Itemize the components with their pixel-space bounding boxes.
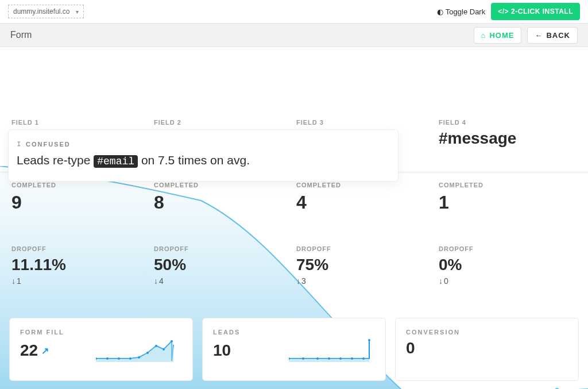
card-value: 22 ↗ — [20, 341, 49, 360]
install-button-label: 2-CLICK INSTALL — [511, 7, 573, 16]
field-col: COMPLETED 1 — [436, 182, 579, 245]
dropoff-delta: 1 — [11, 276, 149, 286]
field-label: FIELD 3 — [296, 119, 434, 126]
domain-select-value: dummy.insiteful.co — [13, 7, 69, 16]
field-name: #message — [439, 129, 577, 148]
confused-prefix: Leads re-type — [17, 153, 94, 167]
field-col: DROPOFF 0% 0 — [436, 245, 579, 310]
svg-point-16 — [351, 357, 353, 360]
main: 𝙸 CONFUSED Leads re-type #email on 7.5 t… — [0, 119, 588, 381]
field-col: COMPLETED 9 — [9, 182, 152, 245]
svg-point-14 — [328, 357, 330, 360]
field-col: DROPOFF 75% 3 — [294, 245, 436, 310]
external-link-icon[interactable]: ↗ — [41, 345, 49, 356]
dropoff-delta: 3 — [296, 276, 434, 286]
page-title: Form — [10, 30, 32, 40]
completed-value: 9 — [11, 192, 149, 213]
domain-select[interactable]: dummy.insiteful.co ▾ — [8, 5, 84, 18]
svg-point-8 — [155, 345, 157, 347]
confused-text: Leads re-type #email on 7.5 times on avg… — [17, 153, 390, 167]
topbar: dummy.insiteful.co ▾ ◐ Toggle Dark </> 2… — [0, 0, 588, 23]
summary-cards: FORM FILL 22 ↗ LEADS 10 — [0, 310, 588, 381]
completed-value: 8 — [154, 192, 292, 213]
completed-label: COMPLETED — [296, 182, 434, 188]
svg-point-7 — [146, 352, 149, 354]
leads-card[interactable]: LEADS 10 — [202, 318, 386, 381]
home-button-label: HOME — [489, 31, 514, 40]
svg-point-3 — [106, 357, 109, 360]
conversion-card[interactable]: CONVERSION 0 — [395, 318, 579, 381]
form-fill-sparkline — [96, 339, 182, 362]
back-button[interactable]: ← BACK — [527, 27, 578, 44]
card-value: 10 — [213, 341, 231, 360]
form-fill-card[interactable]: FORM FILL 22 ↗ — [9, 318, 193, 381]
toggle-dark-button[interactable]: ◐ Toggle Dark — [437, 7, 485, 16]
field-col: FIELD 4 #message — [436, 119, 579, 172]
svg-point-12 — [302, 357, 304, 360]
install-button[interactable]: </> 2-CLICK INSTALL — [491, 3, 580, 20]
card-label: LEADS — [213, 329, 375, 336]
card-label: CONVERSION — [406, 329, 568, 336]
back-button-label: BACK — [546, 31, 570, 40]
dropoff-label: DROPOFF — [296, 245, 434, 252]
dropoff-value: 50% — [154, 256, 292, 274]
field-col: DROPOFF 50% 4 — [152, 245, 294, 310]
lightbulb-icon: ◐ — [437, 7, 443, 16]
svg-point-9 — [163, 348, 165, 351]
card-value: 0 — [406, 339, 415, 357]
card-label: FORM FILL — [20, 329, 182, 336]
field-label: FIELD 2 — [154, 119, 292, 126]
arrow-left-icon: ← — [535, 31, 543, 40]
svg-point-15 — [339, 357, 342, 360]
field-col: COMPLETED 4 — [294, 182, 436, 245]
leads-sparkline — [289, 339, 375, 362]
svg-point-6 — [138, 356, 140, 359]
completed-value: 4 — [296, 192, 434, 213]
svg-point-5 — [129, 357, 131, 360]
dropoff-delta: 0 — [439, 276, 577, 286]
confused-label-text: CONFUSED — [26, 141, 71, 148]
text-cursor-icon: 𝙸 — [17, 140, 22, 148]
svg-point-18 — [368, 339, 370, 341]
home-button[interactable]: ⌂ HOME — [474, 27, 522, 44]
topbar-right: ◐ Toggle Dark </> 2-CLICK INSTALL — [437, 3, 580, 20]
svg-point-4 — [118, 357, 120, 360]
field-col: COMPLETED 8 — [152, 182, 294, 245]
field-label: FIELD 4 — [439, 119, 577, 126]
chevron-down-icon: ▾ — [76, 9, 79, 15]
confused-field-pill: #email — [94, 155, 138, 168]
field-label: FIELD 1 — [11, 119, 149, 126]
code-icon: </> — [498, 7, 509, 16]
dropoff-delta: 4 — [154, 276, 292, 286]
dropoff-value: 0% — [439, 256, 577, 274]
confused-label: 𝙸 CONFUSED — [17, 140, 390, 148]
home-icon: ⌂ — [481, 31, 486, 40]
confused-card: 𝙸 CONFUSED Leads re-type #email on 7.5 t… — [8, 129, 399, 182]
svg-point-10 — [171, 340, 173, 342]
dropoff-value: 75% — [296, 256, 434, 274]
dropoff-label: DROPOFF — [154, 245, 292, 252]
completed-label: COMPLETED — [439, 182, 577, 188]
field-col: DROPOFF 11.11% 1 — [9, 245, 152, 310]
confused-suffix: on 7.5 times on avg. — [138, 153, 250, 167]
svg-point-17 — [362, 357, 365, 360]
completed-label: COMPLETED — [154, 182, 292, 188]
breadcrumb-actions: ⌂ HOME ← BACK — [474, 27, 578, 44]
toggle-dark-label: Toggle Dark — [446, 7, 485, 16]
breadcrumb-bar: Form ⌂ HOME ← BACK — [0, 23, 588, 47]
svg-point-13 — [316, 357, 319, 360]
dropoff-label: DROPOFF — [11, 245, 149, 252]
dropoff-label: DROPOFF — [439, 245, 577, 252]
completed-value: 1 — [439, 192, 577, 213]
completed-label: COMPLETED — [11, 182, 149, 188]
dropoff-value: 11.11% — [11, 256, 149, 274]
